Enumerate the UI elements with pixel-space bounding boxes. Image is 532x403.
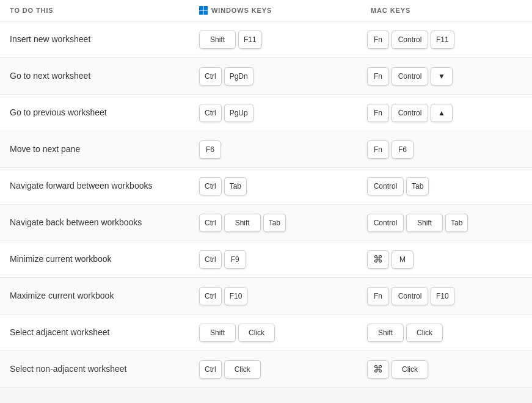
key-badge: F11 <box>238 31 262 49</box>
key-badge: Click <box>392 360 428 379</box>
header-mac-label: MAC KEYS <box>371 7 410 14</box>
key-badge: Tab <box>263 214 286 232</box>
key-badge: Ctrl <box>199 67 222 85</box>
header-action: TO DO THIS <box>10 6 199 15</box>
key-badge: Ctrl <box>199 214 222 232</box>
key-badge: Shift <box>224 214 261 232</box>
key-badge: Fn <box>367 140 389 159</box>
key-badge: Ctrl <box>199 287 222 305</box>
windows-keys: CtrlPgUp <box>199 104 367 122</box>
mac-keys: FnControl▼ <box>367 67 532 85</box>
key-badge: ⌘ <box>367 360 389 379</box>
key-badge: Shift <box>367 324 404 342</box>
windows-icon <box>199 6 208 15</box>
mac-keys: FnControlF11 <box>367 31 532 49</box>
key-badge: Shift <box>406 214 443 232</box>
key-badge: PgUp <box>224 104 253 122</box>
svg-rect-2 <box>199 11 203 15</box>
table-row: Maximize current workbookCtrlF10FnContro… <box>0 278 532 314</box>
key-badge: F6 <box>392 140 414 159</box>
table-row: Navigate forward between workbooksCtrlTa… <box>0 168 532 205</box>
key-badge: Ctrl <box>199 177 222 195</box>
windows-keys: ShiftClick <box>199 324 367 342</box>
key-badge: Ctrl <box>199 104 222 122</box>
key-badge: F10 <box>224 287 248 305</box>
header-windows: WINDOWS KEYS <box>199 6 367 15</box>
action-label: Move to next pane <box>10 143 199 156</box>
action-label: Insert new worksheet <box>10 34 199 46</box>
key-badge: F10 <box>431 287 454 305</box>
windows-keys: CtrlPgDn <box>199 67 367 85</box>
svg-rect-0 <box>199 6 203 10</box>
windows-keys: F6 <box>199 140 367 159</box>
key-badge: ▼ <box>431 67 453 85</box>
action-label: Navigate back between workbooks <box>10 217 199 229</box>
windows-keys: CtrlF10 <box>199 287 367 305</box>
key-badge: Control <box>392 31 428 49</box>
key-badge: Ctrl <box>199 250 222 269</box>
key-badge: Shift <box>199 31 236 49</box>
mac-keys: ControlTab <box>367 177 532 195</box>
key-badge: Ctrl <box>199 360 222 379</box>
mac-keys: FnControlF10 <box>367 287 532 305</box>
action-label: Go to next worksheet <box>10 70 199 82</box>
table-row: Select non-adjacent worksheetCtrlClick⌘C… <box>0 351 532 388</box>
table-row: Go to next worksheetCtrlPgDnFnControl▼ <box>0 58 532 95</box>
key-badge: Click <box>224 360 261 379</box>
windows-keys: CtrlClick <box>199 360 367 379</box>
action-label: Minimize current workbook <box>10 253 199 266</box>
table-header: TO DO THIS WINDOWS KEYS MAC KEYS <box>0 0 532 21</box>
header-mac: MAC KEYS <box>367 6 532 15</box>
key-badge: Click <box>238 324 275 342</box>
key-badge: Fn <box>367 67 389 85</box>
action-label: Navigate forward between workbooks <box>10 180 199 192</box>
table-row: Go to previous worksheetCtrlPgUpFnContro… <box>0 95 532 131</box>
key-badge: M <box>392 250 414 269</box>
key-badge: F6 <box>199 140 221 159</box>
mac-keys: ControlShiftTab <box>367 214 532 232</box>
action-label: Select non-adjacent worksheet <box>10 363 199 376</box>
header-action-label: TO DO THIS <box>10 7 54 14</box>
key-badge: Control <box>367 214 404 232</box>
table-body: Insert new worksheetShiftF11FnControlF11… <box>0 21 532 388</box>
key-badge: Fn <box>367 31 389 49</box>
windows-keys: CtrlF9 <box>199 250 367 269</box>
key-badge: Fn <box>367 104 389 122</box>
key-badge: Control <box>392 287 428 305</box>
key-badge: F11 <box>431 31 454 49</box>
action-label: Go to previous worksheet <box>10 107 199 119</box>
mac-keys: FnF6 <box>367 140 532 159</box>
key-badge: Control <box>367 177 404 195</box>
key-badge: Fn <box>367 287 389 305</box>
mac-keys: FnControl▲ <box>367 104 532 122</box>
mac-keys: ⌘Click <box>367 360 532 379</box>
mac-keys: ShiftClick <box>367 324 532 342</box>
table-row: Navigate back between workbooksCtrlShift… <box>0 205 532 241</box>
windows-keys: ShiftF11 <box>199 31 367 49</box>
table-row: Insert new worksheetShiftF11FnControlF11 <box>0 21 532 58</box>
windows-keys: CtrlShiftTab <box>199 214 367 232</box>
header-windows-label: WINDOWS KEYS <box>211 7 272 14</box>
key-badge: Shift <box>199 324 236 342</box>
key-badge: PgDn <box>224 67 253 85</box>
key-badge: Control <box>392 67 428 85</box>
svg-rect-3 <box>204 11 208 15</box>
svg-rect-1 <box>204 6 208 10</box>
key-badge: Tab <box>445 214 468 232</box>
key-badge: ▲ <box>431 104 453 122</box>
key-badge: Control <box>392 104 428 122</box>
action-label: Maximize current workbook <box>10 290 199 302</box>
shortcut-table: TO DO THIS WINDOWS KEYS MAC KEYS Insert … <box>0 0 532 388</box>
table-row: Move to next paneF6FnF6 <box>0 131 532 168</box>
key-badge: F9 <box>224 250 246 269</box>
action-label: Select adjacent worksheet <box>10 327 199 339</box>
windows-keys: CtrlTab <box>199 177 367 195</box>
table-row: Select adjacent worksheetShiftClickShift… <box>0 314 532 351</box>
mac-keys: ⌘M <box>367 250 532 269</box>
key-badge: Tab <box>224 177 247 195</box>
table-row: Minimize current workbookCtrlF9⌘M <box>0 241 532 278</box>
key-badge: Click <box>406 324 443 342</box>
key-badge: Tab <box>406 177 429 195</box>
key-badge: ⌘ <box>367 250 389 269</box>
